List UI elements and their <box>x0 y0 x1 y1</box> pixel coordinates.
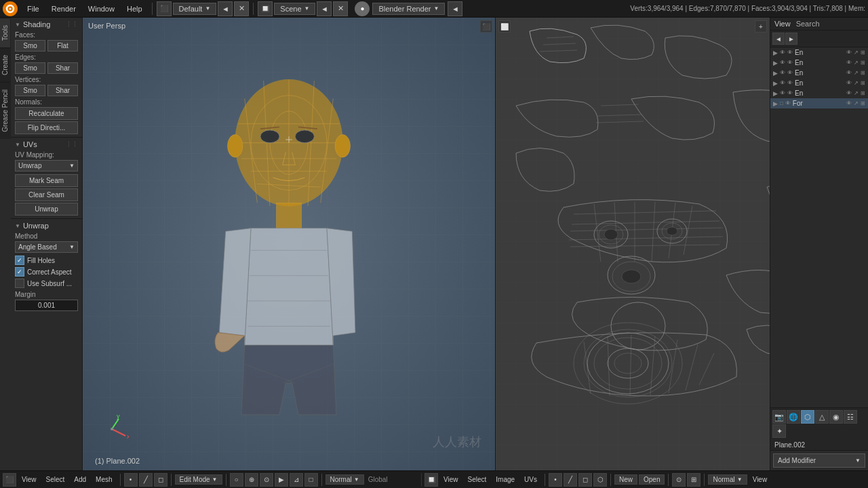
prop-icon-material[interactable]: ◉ <box>829 410 843 424</box>
uv-edge-btn[interactable]: ╱ <box>564 473 577 487</box>
recalculate-btn[interactable]: Recalculate <box>15 107 78 120</box>
edge-select-btn[interactable]: ╱ <box>139 473 153 487</box>
viewport-btn-6[interactable]: □ <box>304 473 318 487</box>
use-subsurf-checkbox[interactable] <box>15 279 24 288</box>
fill-holes-checkbox[interactable]: ✓ <box>15 256 24 265</box>
unwrap-section-title[interactable]: ▼ Unwrap <box>15 222 78 230</box>
side-tab-create[interactable]: Create <box>0 47 10 82</box>
scene-icon[interactable]: ◄ <box>317 1 332 16</box>
flip-direction-btn[interactable]: Flip Directi... <box>15 121 78 134</box>
edges-smo-btn[interactable]: Smo <box>15 62 45 74</box>
right-search-btn[interactable]: Search <box>796 20 820 28</box>
unwrap-btn[interactable]: Unwrap <box>15 203 78 216</box>
blender-logo[interactable] <box>3 1 18 16</box>
render-icon[interactable]: ◄ <box>448 1 462 16</box>
uv-image-btn[interactable]: Image <box>492 475 519 484</box>
outliner-item-2[interactable]: ▶ 👁 👁 En 👁 ↗ ⊞ <box>770 68 868 78</box>
vertices-smo-btn[interactable]: Smo <box>15 85 45 96</box>
uv-new-btn[interactable]: New <box>614 474 637 485</box>
uv-normal-dropdown[interactable]: Normal▼ <box>708 474 747 485</box>
main-area: Tools Create Grease Pencil ▼ Shading ⋮⋮ … <box>0 18 868 470</box>
mark-seam-btn[interactable]: Mark Seam <box>15 174 78 187</box>
outliner-item-4[interactable]: ▶ 👁 👁 En 👁 ↗ ⊞ <box>770 88 868 98</box>
scene-icon-x[interactable]: ✕ <box>333 1 348 16</box>
uv-select-btn[interactable]: Select <box>464 475 491 484</box>
bottom-mesh-btn[interactable]: Mesh <box>92 475 116 484</box>
correct-aspect-checkbox[interactable]: ✓ <box>15 267 24 277</box>
uv-face-btn[interactable]: ◻ <box>578 473 592 487</box>
render-dot: ● <box>355 1 370 16</box>
editor-type-icon[interactable]: ⬛ <box>157 1 172 16</box>
svg-point-73 <box>667 227 677 235</box>
viewport-btn-3[interactable]: ⊙ <box>260 473 273 487</box>
uv-mapping-dropdown[interactable]: Unwrap ▼ <box>15 160 78 171</box>
vertices-shar-btn[interactable]: Shar <box>47 85 78 96</box>
side-tab-relations[interactable]: Grease Pencil <box>0 82 10 139</box>
prop-icon-mesh[interactable]: △ <box>815 410 829 424</box>
object-info: (1) Plane.002 <box>95 457 140 465</box>
viewport-btn-5[interactable]: ⊿ <box>290 473 303 487</box>
uv-overlay-btn[interactable]: ⊙ <box>672 473 686 487</box>
prop-icon-camera[interactable]: 📷 <box>772 410 786 424</box>
outliner-item-0[interactable]: ▶ 👁 👁 En 👁 ↗ ⊞ <box>770 47 868 58</box>
margin-input[interactable] <box>15 300 78 311</box>
uv-view-btn[interactable]: View <box>439 475 462 484</box>
render-engine-dropdown[interactable]: Blender Render ▼ <box>372 3 445 15</box>
uv-uvs-btn[interactable]: UVs <box>520 475 541 484</box>
bottom-add-btn[interactable]: Add <box>70 475 90 484</box>
layout-icon-left[interactable]: ◄ <box>218 1 233 16</box>
prop-icon-particles[interactable]: ✦ <box>772 424 786 438</box>
uv-editor-type-icon[interactable]: 🔲 <box>425 473 438 487</box>
method-dropdown[interactable]: Angle Based ▼ <box>15 241 78 253</box>
uv-open-btn[interactable]: Open <box>639 474 665 485</box>
layout-icon-right[interactable]: ✕ <box>234 1 249 16</box>
face-select-btn[interactable]: ◻ <box>154 473 167 487</box>
svg-text:x: x <box>127 433 129 440</box>
normal-shading-dropdown[interactable]: Normal▼ <box>326 474 364 485</box>
faces-flat-btn[interactable]: Flat <box>47 40 78 52</box>
prop-icon-world[interactable]: 🌐 <box>787 410 800 424</box>
prop-icon-texture[interactable]: ☷ <box>844 410 857 424</box>
bottom-view-btn[interactable]: View <box>18 475 41 484</box>
menu-help[interactable]: Help <box>121 3 148 14</box>
menu-window[interactable]: Window <box>83 3 120 14</box>
uv-island-btn[interactable]: ⬡ <box>593 473 607 487</box>
side-tabs: Tools Create Grease Pencil <box>0 18 11 139</box>
shading-section: ▼ Shading ⋮⋮ Faces: Smo Flat Edges: Smo … <box>11 18 82 138</box>
bottom-select-btn[interactable]: Select <box>42 475 69 484</box>
bottom-left-section: ⬛ View Select Add Mesh • ╱ ◻ Edit Mode▼ … <box>0 473 422 487</box>
maximize-view-btn[interactable]: ⬛ <box>480 20 492 33</box>
outliner-item-1[interactable]: ▶ 👁 👁 En 👁 ↗ ⊞ <box>770 58 868 68</box>
menu-file[interactable]: File <box>22 3 45 14</box>
side-tab-tools[interactable]: Tools <box>0 18 10 47</box>
right-view-btn[interactable]: View <box>774 20 791 28</box>
edges-shar-btn[interactable]: Shar <box>47 62 78 74</box>
add-modifier-btn[interactable]: Add Modifier ▼ <box>773 453 865 468</box>
uv-editor-icon[interactable]: 🔲 <box>258 1 273 16</box>
uv-snap-btn[interactable]: ⊞ <box>687 473 701 487</box>
shading-title[interactable]: ▼ Shading ⋮⋮ <box>15 20 78 28</box>
vert-select-btn[interactable]: • <box>124 473 138 487</box>
viewport-btn-1[interactable]: ○ <box>230 473 243 487</box>
mode-dropdown[interactable]: Edit Mode▼ <box>175 474 222 485</box>
outliner-item-5[interactable]: ▶ □ 👁 For 👁 ↗ ⊞ <box>770 98 868 108</box>
outliner-item-3[interactable]: ▶ 👁 👁 En 👁 ↗ ⊞ <box>770 78 868 88</box>
viewport-type-icon[interactable]: ⬛ <box>3 473 16 487</box>
viewport-btn-4[interactable]: ▶ <box>275 473 288 487</box>
top-bar: File Render Window Help ⬛ Default ▼ ◄ ✕ … <box>0 0 868 18</box>
uv-view-btn2[interactable]: View <box>749 475 772 484</box>
clear-seam-btn[interactable]: Clear Seam <box>15 188 78 201</box>
icon-right-arrow[interactable]: ► <box>785 33 797 45</box>
uv-vertex-btn[interactable]: • <box>549 473 562 487</box>
faces-smo-btn[interactable]: Smo <box>15 40 45 52</box>
scene-dropdown[interactable]: Scene ▼ <box>274 3 315 15</box>
uv-corner-btn-right[interactable]: + <box>755 20 767 33</box>
uvs-title[interactable]: ▼ UVs ⋮⋮ <box>15 140 78 148</box>
menu-render[interactable]: Render <box>46 3 81 14</box>
layout-dropdown[interactable]: Default ▼ <box>173 3 217 15</box>
viewport-btn-2[interactable]: ⊕ <box>245 473 258 487</box>
svg-point-33 <box>111 428 113 430</box>
prop-icon-object[interactable]: ⬡ <box>801 410 814 424</box>
icon-left-arrow[interactable]: ◄ <box>772 33 785 45</box>
uv-corner-btn[interactable]: ⬜ <box>498 20 511 33</box>
